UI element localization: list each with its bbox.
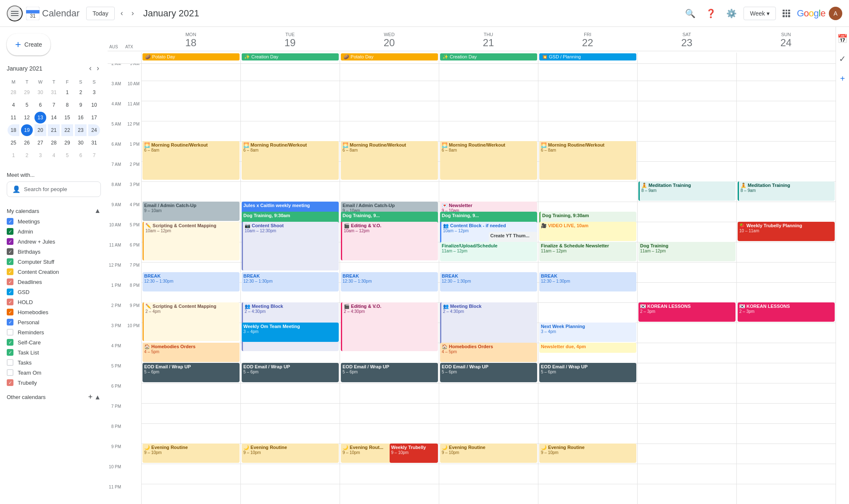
sidebar-item-andrew-jules[interactable]: Andrew + Jules xyxy=(0,236,108,247)
mini-cal-day[interactable]: 26 xyxy=(21,137,33,149)
mini-cal-day[interactable]: 8 xyxy=(61,99,73,111)
allday-event-creation-thu[interactable]: ✨ Creation Day xyxy=(440,53,537,60)
sidebar-item-deadlines[interactable]: Deadlines xyxy=(0,277,108,287)
mini-cal-day[interactable]: 4 xyxy=(8,99,19,111)
event-newsletter-due-fri[interactable]: Newsletter due, 4pm xyxy=(539,343,636,353)
sidebar-item-self-care[interactable]: Self-Care xyxy=(0,337,108,347)
day-col-mon[interactable]: 🌅 Morning Routine/Werkout 6 – 8am Email … xyxy=(141,64,240,504)
sidebar-item-team-om[interactable]: Team Om xyxy=(0,368,108,378)
mini-cal-prev[interactable]: ‹ xyxy=(87,62,93,74)
mini-cal-day[interactable]: 5 xyxy=(21,99,33,111)
sidebar-item-personal[interactable]: Personal xyxy=(0,317,108,327)
sidebar-item-tasks[interactable]: Tasks xyxy=(0,357,108,368)
event-scripting2-mon[interactable]: ✏️ Scripting & Content Mapping 2 – 4pm xyxy=(142,302,240,341)
event-eod-thu[interactable]: EOD Email / Wrap UP 5 – 6pm xyxy=(440,363,537,382)
mini-cal-day[interactable]: 3 xyxy=(34,150,46,161)
mini-cal-next[interactable]: › xyxy=(95,62,101,74)
mini-cal-day[interactable]: 23 xyxy=(75,124,87,136)
event-editing2-wed[interactable]: 🎬 Editing & V.O. 2 – 4:30pm xyxy=(341,302,438,351)
event-evening-tue[interactable]: 🌙 Evening Routine 9 – 10pm xyxy=(242,444,339,463)
mini-cal-day[interactable]: 24 xyxy=(88,124,100,136)
add-other-cal-button[interactable]: + xyxy=(88,393,93,402)
event-morning-routine-thu[interactable]: 🌅 Morning Routine/Werkout 6 – 8am xyxy=(440,141,537,180)
day-col-fri[interactable]: 🌅 Morning Routine/Werkout 6 – 8am Dog Tr… xyxy=(538,64,637,504)
mini-cal-day[interactable]: 11 xyxy=(8,112,19,123)
event-weekly-trubelly-sun[interactable]: 🍓 Weekly Trubelly Planning 10 – 11am xyxy=(738,222,835,241)
event-eod-mon[interactable]: EOD Email / Wrap UP 5 – 6pm xyxy=(142,363,240,382)
mini-cal-day[interactable]: 31 xyxy=(88,137,100,149)
mini-cal-day[interactable]: 20 xyxy=(34,124,46,136)
sidebar-item-task-list[interactable]: Task List xyxy=(0,347,108,357)
mini-cal-day[interactable]: 28 xyxy=(8,87,19,98)
event-homebodies-mon[interactable]: 🏠 Homebodies Orders 4 – 5pm xyxy=(142,343,240,362)
event-editing-wed[interactable]: 🎬 Editing & V.O. 10am – 12pm xyxy=(341,222,438,260)
mini-cal-day[interactable]: 27 xyxy=(34,137,46,149)
mini-cal-day[interactable]: 28 xyxy=(48,137,60,149)
event-break-tue[interactable]: BREAK 12:30 – 1:30pm xyxy=(242,272,339,291)
event-email-admin-mon[interactable]: Email / Admin Catch-Up 9 – 10am xyxy=(142,202,240,221)
mini-cal-day[interactable]: 18 xyxy=(8,124,19,136)
event-break-thu[interactable]: BREAK 12:30 – 1:30pm xyxy=(440,272,537,291)
settings-button[interactable]: ⚙️ xyxy=(723,5,740,22)
event-meditation-sat[interactable]: 🧘 Meditation Training 8 – 9am xyxy=(638,181,736,201)
mini-cal-day[interactable]: 7 xyxy=(48,99,60,111)
mini-cal-selected[interactable]: 19 xyxy=(21,124,33,136)
sidebar-item-hold[interactable]: HOLD xyxy=(0,297,108,307)
event-homebodies-thu[interactable]: 🏠 Homebodies Orders 4 – 5pm xyxy=(440,343,537,362)
event-eod-fri[interactable]: EOD Email / Wrap UP 5 – 6pm xyxy=(539,363,636,382)
mini-cal-day[interactable]: 2 xyxy=(21,150,33,161)
mini-cal-day[interactable]: 2 xyxy=(75,87,87,98)
mini-cal-day[interactable]: 6 xyxy=(34,99,46,111)
event-morning-routine-wed[interactable]: 🌅 Morning Routine/Werkout 6 – 8am xyxy=(341,141,438,180)
event-weekly-om-tue[interactable]: Weekly Om Team Meeting 3 – 4pm xyxy=(242,323,339,342)
day-col-sun[interactable]: 🐾 LUNA + CLOVER: Heartworm Adv... 🧘 Medi… xyxy=(736,64,836,504)
event-content-shoot-tue[interactable]: 📷 Content Shoot 10am – 12:30pm xyxy=(242,222,339,270)
create-button[interactable]: + Create xyxy=(7,34,50,55)
mini-cal-day[interactable]: 30 xyxy=(34,87,46,98)
mini-cal-day[interactable]: 1 xyxy=(61,87,73,98)
allday-event-gsd-fri[interactable]: 💥 GSD / Planning xyxy=(539,53,636,60)
sidebar-item-computer-stuff[interactable]: Computer Stuff xyxy=(0,257,108,267)
event-evening-mon[interactable]: 🌙 Evening Routine 9 – 10pm xyxy=(142,444,240,463)
day-col-thu[interactable]: 🌅 Morning Routine/Werkout 6 – 8am 💌 News… xyxy=(439,64,538,504)
view-selector[interactable]: Week ▾ xyxy=(744,7,776,20)
mini-cal-day[interactable]: 30 xyxy=(75,137,87,149)
prev-button[interactable]: ‹ xyxy=(118,6,126,20)
allday-event-potato-wed[interactable]: 🥔 Potato Day xyxy=(341,53,438,60)
allday-event-potato-mon[interactable]: 🥔 Potato Day xyxy=(142,53,240,60)
right-panel-icon2[interactable]: ✓ xyxy=(836,50,849,67)
mini-cal-today[interactable]: 13 xyxy=(34,112,46,123)
mini-cal-day[interactable]: 14 xyxy=(48,112,60,123)
mini-cal-day[interactable]: 31 xyxy=(48,87,60,98)
mini-cal-day[interactable]: 12 xyxy=(21,112,33,123)
mini-cal-day[interactable]: 15 xyxy=(61,112,73,123)
mini-cal-day[interactable]: 17 xyxy=(88,112,100,123)
search-button[interactable]: 🔍 xyxy=(682,5,699,22)
day-col-wed[interactable]: 🌅 Morning Routine/Werkout 6 – 8am Email … xyxy=(340,64,439,504)
mini-cal-day[interactable]: 6 xyxy=(75,150,87,161)
event-korean-lessons-sun[interactable]: 🇰🇷 KOREAN LESSONS 2 – 3pm xyxy=(738,302,835,322)
my-calendars-header[interactable]: My calendars ▲ xyxy=(0,205,108,216)
mini-cal-day[interactable]: 4 xyxy=(48,150,60,161)
sidebar-item-trubelly[interactable]: Trubelly xyxy=(0,378,108,388)
event-finalize-thu[interactable]: Finalize/Upload/Schedule 11am – 12pm xyxy=(440,242,537,261)
event-weekly-trubelly-wed[interactable]: Weekly Trubelly 9 – 10pm xyxy=(390,444,438,463)
today-button[interactable]: Today xyxy=(86,7,114,20)
avatar[interactable]: A xyxy=(829,7,842,20)
event-finalize-newsletter-fri[interactable]: Finalize & Schedule Newsletter 11am – 12… xyxy=(539,242,636,261)
apps-button[interactable] xyxy=(779,6,794,21)
mini-cal-day[interactable]: 22 xyxy=(61,124,73,136)
mini-cal-day[interactable]: 3 xyxy=(88,87,100,98)
event-morning-routine-mon[interactable]: 🌅 Morning Routine/Werkout 6 – 8am xyxy=(142,141,240,180)
day-col-tue[interactable]: 🌅 Morning Routine/Werkout 6 – 8am Jules … xyxy=(240,64,340,504)
event-evening-fri[interactable]: 🌙 Evening Routine 9 – 10pm xyxy=(539,444,636,463)
sidebar-item-meetings[interactable]: Meetings xyxy=(0,216,108,226)
day-col-sat[interactable]: 🧘 Meditation Training 8 – 9am Dog Traini… xyxy=(637,64,736,504)
mini-cal-day[interactable]: 21 xyxy=(48,124,60,136)
mini-cal-day[interactable]: 9 xyxy=(75,99,87,111)
event-break-fri[interactable]: BREAK 12:30 – 1:30pm xyxy=(539,272,636,291)
allday-event-creation-tue[interactable]: ✨ Creation Day xyxy=(242,53,339,60)
mini-cal-day[interactable]: 7 xyxy=(88,150,100,161)
mini-cal-day[interactable]: 5 xyxy=(61,150,73,161)
sidebar-item-reminders[interactable]: Reminders xyxy=(0,327,108,337)
